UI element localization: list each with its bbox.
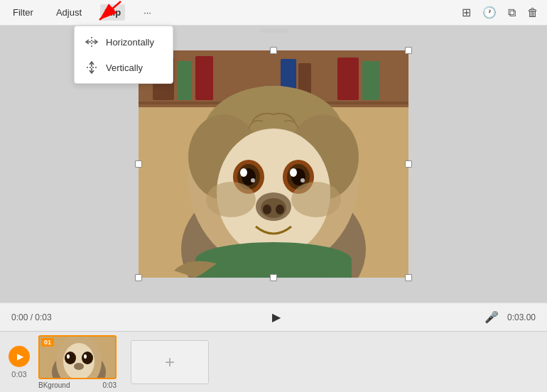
svg-rect-16 [362,61,379,100]
resize-handle-tc[interactable] [270,47,277,54]
svg-point-43 [195,242,352,278]
clip-duration-label: 0:03 [103,381,117,389]
timeline-play-icon: ▶ [17,352,23,361]
clip-area: 01 BKground 0:03 [38,335,117,389]
timeline-time-label: 0:03 [11,370,26,379]
trash-icon[interactable]: 🗑 [527,6,538,19]
svg-point-40 [206,182,256,217]
clip-thumbnail[interactable]: 01 [38,335,117,379]
mic-icon[interactable]: 🎤 [484,310,499,324]
duration-display: 0:03.00 [507,312,536,322]
svg-point-50 [67,354,70,359]
flip-horizontally-label: Horizontally [106,37,154,48]
video-canvas [139,50,408,278]
flip-menu-item[interactable]: Flip [100,4,125,21]
more-menu-item[interactable]: ··· [139,4,156,21]
resize-handle-mr[interactable] [405,160,412,168]
adjust-menu-item[interactable]: Adjust [52,4,86,21]
filter-menu-item[interactable]: Filter [9,4,38,21]
current-time-display: 0:00 / 0:03 [11,312,68,322]
timeline-play-button[interactable]: ▶ [9,346,30,367]
toolbar-right: ⊞ 🕐 ⧉ 🗑 [462,6,538,19]
svg-point-38 [263,205,271,214]
controls-center: ▶ [68,307,484,327]
flip-horizontal-icon [85,35,99,49]
svg-point-48 [65,352,76,364]
resize-handle-br[interactable] [405,274,412,281]
svg-point-39 [276,205,284,214]
sloth-image [139,50,408,278]
flip-vertically-label: Vertically [106,62,143,73]
controls-right: 🎤 0:03.00 [484,310,536,324]
svg-rect-12 [195,56,213,100]
resize-handle-bc[interactable] [270,274,277,281]
add-clip-button[interactable]: + [131,340,209,384]
svg-point-52 [74,363,84,370]
svg-rect-11 [178,61,192,100]
svg-point-28 [240,168,247,177]
flip-vertical-icon [85,60,99,75]
svg-point-29 [251,178,255,183]
svg-point-51 [84,354,87,359]
resize-handle-ml[interactable] [135,160,142,168]
scroll-handle-top[interactable] [259,28,288,33]
svg-point-34 [290,168,297,177]
clip-badge: 01 [41,338,54,347]
clock-icon[interactable]: 🕐 [482,6,497,19]
play-button[interactable]: ▶ [266,307,286,327]
clip-label-row: BKground 0:03 [38,381,117,389]
toolbar: Filter Adjust Flip ··· ⊞ 🕐 ⧉ 🗑 [0,0,547,26]
svg-point-41 [291,182,341,217]
clip-name-label: BKground [38,381,70,389]
add-clip-icon: + [165,352,175,372]
resize-handle-bl[interactable] [135,274,142,281]
timeline: ▶ 0:03 01 BKground 0 [0,331,547,392]
timeline-left: ▶ 0:03 [9,346,30,379]
grid-icon[interactable]: ⊞ [462,6,471,19]
flip-horizontally-item[interactable]: Horizontally [75,29,173,55]
flip-vertically-item[interactable]: Vertically [75,55,173,80]
svg-point-35 [300,178,305,183]
resize-handle-tr[interactable] [405,47,412,54]
video-controls: 0:00 / 0:03 ▶ 🎤 0:03.00 [0,303,547,331]
svg-point-49 [82,352,93,364]
svg-rect-15 [337,58,359,100]
layers-icon[interactable]: ⧉ [508,6,516,19]
flip-dropdown: Horizontally Vertically [74,26,173,84]
